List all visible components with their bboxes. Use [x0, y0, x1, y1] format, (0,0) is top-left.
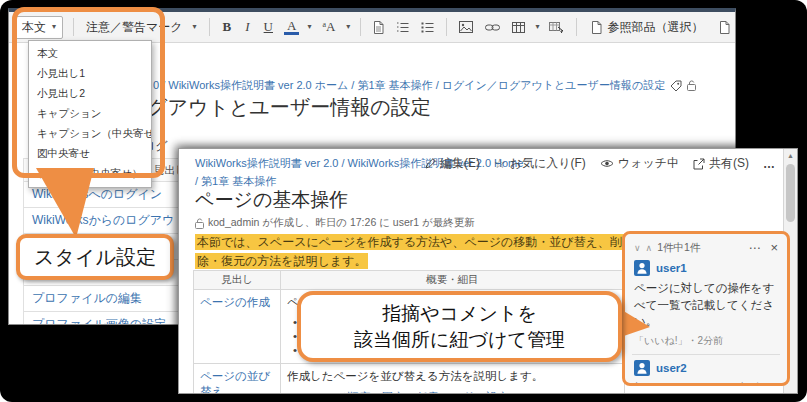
- edit-button[interactable]: 編集(E): [425, 155, 480, 172]
- comment-username[interactable]: user2: [656, 362, 687, 374]
- comment-management-callout: 指摘やコメントを 該当個所に紐づけて管理: [297, 291, 622, 362]
- favorite-button[interactable]: ☆ お気に入り(F): [494, 155, 586, 172]
- caret-down-icon[interactable]: ▾: [535, 23, 539, 31]
- style-settings-callout: スタイル設定: [16, 234, 174, 280]
- editor-breadcrumb: 0 / WikiWorks操作説明書 ver 2.0 ホーム / 第1章 基本操…: [153, 78, 696, 93]
- font-size-big-letter: A: [326, 19, 335, 34]
- bullet-item: •◆ページ順序の固定（任意モードの設定）: [293, 390, 618, 394]
- numbered-list-icon[interactable]: [394, 22, 411, 33]
- style-select-value: 本文: [22, 19, 46, 36]
- page-order-fix-link[interactable]: ページ順序の固定（任意モードの設定）: [312, 391, 521, 394]
- style-menu-item[interactable]: キャプション: [29, 104, 151, 124]
- bold-button[interactable]: B: [220, 19, 235, 35]
- tag-icon[interactable]: [670, 80, 682, 92]
- star-icon: ☆: [494, 156, 506, 171]
- chevron-down-icon[interactable]: ∨: [634, 243, 641, 253]
- unlock-icon: [195, 218, 204, 229]
- comment-meta: 「いいね!」・2分前: [634, 334, 778, 348]
- insert-image-icon[interactable]: [457, 21, 475, 33]
- underline-button[interactable]: U: [261, 19, 276, 35]
- comment-body: 拝承です。ページの削除について追記しました。ご確認ください。: [634, 380, 778, 386]
- style-menu-item[interactable]: 小見出し2: [29, 84, 151, 104]
- template-doc-icon[interactable]: [371, 21, 386, 34]
- toolbar-separator: [73, 18, 74, 36]
- page-reorder-link[interactable]: ページの並び替え: [200, 370, 270, 394]
- caret-down-icon[interactable]: ▾: [307, 23, 311, 31]
- comment-panel-header: ∨ ∧ 1件中1件 ⋯ ×: [634, 240, 778, 255]
- style-menu-item[interactable]: キャプション（中央寄せ）: [29, 124, 151, 144]
- bullet-list-icon[interactable]: [419, 22, 436, 33]
- viewer-page-title: ページの基本操作: [195, 187, 348, 213]
- user-avatar: [634, 360, 650, 376]
- editor-breadcrumb-text[interactable]: 0 / WikiWorks操作説明書 ver 2.0 ホーム / 第1章 基本操…: [153, 78, 665, 93]
- reference-parts-button[interactable]: 参照部品（選択）: [587, 19, 707, 36]
- edit-label: 編集(E): [440, 155, 480, 172]
- comment-username[interactable]: user1: [656, 262, 687, 274]
- editor-page-title: グアウトとユーザー情報の設定: [147, 94, 431, 121]
- share-button[interactable]: 共有(S): [693, 155, 749, 172]
- italic-button[interactable]: I: [242, 19, 252, 35]
- watch-label: ウォッチ中: [618, 155, 679, 172]
- share-icon: [693, 158, 705, 170]
- style-settings-callout-text: スタイル設定: [34, 244, 156, 271]
- style-menu-item[interactable]: 小見出し1: [29, 64, 151, 84]
- doc-icon: [591, 21, 602, 34]
- doc-icon: [719, 21, 730, 34]
- more-options-icon[interactable]: ⋯: [748, 241, 761, 255]
- table-row: ページの並び替え 作成したページを並び替える方法を説明します。 •◆ページ順序の…: [194, 364, 625, 395]
- common-parts-label: 共通部品: [735, 19, 736, 36]
- table-header-summary: 概要・細目: [281, 271, 625, 290]
- more-button[interactable]: …: [763, 157, 775, 171]
- chevron-up-icon[interactable]: ∧: [646, 243, 653, 253]
- scrollbar-thumb[interactable]: [786, 164, 795, 222]
- warning-mark-label: 注意／警告マーク: [86, 19, 183, 36]
- table-header-row: 見出し 概要・細目: [194, 271, 625, 290]
- toolbar-separator: [209, 18, 210, 36]
- figure-frame: 本文 ▾ 注意／警告マーク ▾ B I U A ▾ aA ▾: [0, 0, 807, 402]
- row2-text: 作成したページを並び替える方法を説明します。: [287, 370, 543, 382]
- reference-parts-label: 参照部品（選択）: [607, 19, 703, 36]
- table-properties-icon[interactable]: [547, 22, 566, 33]
- comment-header: user2: [634, 360, 778, 376]
- insert-table-icon[interactable]: [510, 22, 527, 33]
- page-create-link[interactable]: ページの作成: [200, 296, 270, 308]
- close-icon[interactable]: ×: [770, 240, 778, 255]
- user-avatar: [634, 260, 650, 276]
- caret-down-icon[interactable]: ▾: [346, 23, 350, 31]
- toolbar-separator: [360, 18, 361, 36]
- common-parts-button[interactable]: 共通部品: [715, 19, 736, 36]
- share-label: 共有(S): [709, 155, 749, 172]
- style-select[interactable]: 本文 ▾: [15, 16, 63, 39]
- scrollbar-up-icon[interactable]: ▲: [784, 149, 797, 162]
- comment-header: user1: [634, 260, 778, 276]
- viewer-actions: 編集(E) ☆ お気に入り(F) ウォッチ中 共有(S) …: [425, 155, 775, 172]
- insert-link-icon[interactable]: [483, 23, 502, 32]
- comment-divider: [632, 354, 780, 355]
- comment-body: ページに対しての操作をすべて一覧で記載してください。: [634, 280, 778, 330]
- comment-callout-line1: 指摘やコメントを: [382, 301, 537, 327]
- diamond-icon: ◆: [301, 393, 308, 394]
- row2-bullet-list: •◆ページ順序の固定（任意モードの設定）: [293, 390, 618, 394]
- font-size-button[interactable]: aA: [319, 19, 338, 35]
- editor-toolbar: 本文 ▾ 注意／警告マーク ▾ B I U A ▾ aA ▾: [9, 12, 735, 43]
- pencil-icon: [425, 158, 436, 169]
- font-color-button[interactable]: A: [284, 19, 299, 35]
- highlighted-text: 本節では、スペースにページを作成する方法や、ページの移動・並び替え、削除・復元の…: [195, 234, 624, 269]
- style-menu-item[interactable]: 本文: [29, 44, 151, 64]
- warning-mark-select[interactable]: 注意／警告マーク ▾: [84, 17, 199, 38]
- eye-icon: [600, 159, 614, 168]
- unlock-icon[interactable]: [687, 80, 696, 91]
- favorite-label: お気に入り(F): [510, 155, 586, 172]
- toolbar-separator: [576, 18, 577, 36]
- toolbar-separator: [446, 18, 447, 36]
- bullet-dot-icon: •: [293, 391, 297, 394]
- watch-button[interactable]: ウォッチ中: [600, 155, 679, 172]
- caret-down-icon: ▾: [52, 23, 56, 31]
- more-label: …: [763, 157, 775, 171]
- style-menu-item[interactable]: 図中央寄せ: [29, 144, 151, 164]
- comment-callout-line2: 該当個所に紐づけて管理: [354, 327, 565, 353]
- viewer-intro-paragraph: 本節では、スペースにページを作成する方法や、ページの移動・並び替え、削除・復元の…: [195, 233, 641, 271]
- viewer-byline: kod_admin が作成し、昨日の 17:26 に user1 が最終更新: [195, 216, 475, 230]
- style-annotation-pointer: [30, 166, 100, 240]
- caret-down-icon: ▾: [193, 23, 197, 31]
